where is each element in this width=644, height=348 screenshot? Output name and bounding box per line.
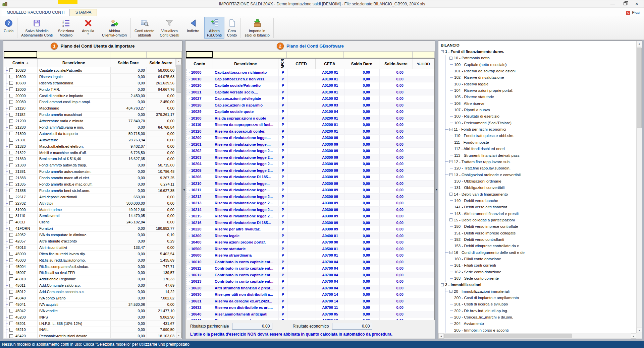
- gb-account-row[interactable]: ›10600Riserva straordinariaPA0700 010,00…: [186, 252, 434, 259]
- column-header-saldo-avere[interactable]: Saldo Avere: [379, 59, 413, 69]
- filter-cell-saldo-dare[interactable]: [110, 51, 147, 58]
- column-header-apcr[interactable]: APCR: [278, 59, 287, 69]
- user-account-row[interactable]: 21322Mobili e macchine ordin.d'uff.6.723…: [4, 150, 176, 156]
- user-account-row[interactable]: 10300Riserva legale0,0064.075,63: [4, 74, 176, 80]
- expander-icon[interactable]: ›: [189, 253, 190, 257]
- gb-account-row[interactable]: ›10027Cap.soc.azioni privilegiatePA0100 …: [186, 95, 434, 102]
- column-header-saldo-dare[interactable]: Saldo Dare: [344, 59, 379, 69]
- user-account-row[interactable]: 45210INAIL0,007.990,50: [4, 327, 176, 333]
- user-account-row[interactable]: 21182Fondo amm/to macchinari0,00379.261,…: [4, 112, 176, 118]
- user-account-row[interactable]: 21383Fondo amm/to macc.uff.el.elet.0,009…: [4, 175, 176, 181]
- tree-node[interactable]: -1 - Fonti di finanziamento durev.: [441, 48, 636, 55]
- row-checkbox[interactable]: [9, 170, 13, 173]
- tree-node[interactable]: -2 - Immobilizzazioni: [441, 282, 636, 288]
- close-button[interactable]: ×: [635, 2, 638, 6]
- user-account-row[interactable]: 45200INPS0,009.062,90: [4, 314, 176, 321]
- row-checkbox[interactable]: [9, 246, 13, 249]
- user-account-row[interactable]: 21300Autoveicoli da trasporto50.715,000,…: [4, 131, 176, 137]
- gb-account-row[interactable]: ›10300Riserva legalePA0400 010,000,00: [186, 233, 434, 239]
- expander-icon[interactable]: ›: [189, 123, 190, 127]
- row-checkbox[interactable]: [9, 208, 13, 211]
- filter-cell-saldo-avere[interactable]: [379, 51, 413, 58]
- expander-icon[interactable]: ›: [189, 103, 190, 107]
- row-checkbox[interactable]: [9, 227, 13, 230]
- expander-icon[interactable]: -: [449, 57, 452, 60]
- filter-cell-saldo-dare[interactable]: [344, 51, 379, 58]
- row-checkbox[interactable]: [9, 113, 13, 117]
- tree-node[interactable]: 107 - Riporti a nuovo: [450, 107, 636, 113]
- filter-cell-ceea[interactable]: [315, 51, 344, 58]
- tree-node[interactable]: 120 - Tratt.fine rapp.lav.subordin.: [450, 165, 636, 171]
- row-checkbox[interactable]: [9, 107, 13, 110]
- gb-account-row[interactable]: ›10206Riserva di rivalutazione Dl 185...…: [186, 174, 434, 181]
- expander-icon[interactable]: -: [449, 193, 452, 196]
- column-header-perc-iidd[interactable]: % II.DD: [413, 59, 434, 69]
- row-checkbox[interactable]: [9, 233, 13, 237]
- gb-account-row[interactable]: ›10400Riserva azioni proprie portaf.PA07…: [186, 239, 434, 246]
- toolbar-button-crea-conto[interactable]: Crea Conto: [224, 17, 239, 39]
- scrollbar-thumb[interactable]: [176, 65, 181, 93]
- row-checkbox[interactable]: [9, 132, 13, 135]
- row-checkbox[interactable]: [9, 277, 13, 281]
- row-checkbox[interactable]: [9, 176, 13, 180]
- row-checkbox[interactable]: [9, 265, 13, 268]
- user-account-row[interactable]: 45040IVA conto Erario0,007.082,62: [4, 295, 176, 301]
- row-checkbox[interactable]: [9, 284, 13, 287]
- tree-node[interactable]: 202 - Dir.brev.ind.,dir.util.op.ing.: [450, 307, 636, 314]
- tree-node[interactable]: 113 - Strumenti finanziari derivati pass: [450, 152, 636, 158]
- user-account-row[interactable]: 45000Riten.fisc.su redd.lavoro dip.0,005…: [4, 251, 176, 257]
- expander-icon[interactable]: ›: [189, 155, 190, 159]
- column-header-descrizione[interactable]: Descrizione: [213, 59, 278, 69]
- expander-icon[interactable]: ›: [189, 136, 190, 140]
- user-account-row[interactable]: 21381Fondo amm/to autov.motov.sim.0,0010…: [4, 168, 176, 175]
- user-account-row[interactable]: 21120Macchinario434.763,270,00: [4, 105, 176, 112]
- row-checkbox[interactable]: [9, 195, 13, 199]
- filter-cell-conto[interactable]: [186, 51, 213, 58]
- gb-account-row[interactable]: ›10020Capitale sociale/Patr.nettoPA0100 …: [186, 82, 434, 89]
- filter-cell-saldo-avere[interactable]: [147, 51, 182, 58]
- row-checkbox[interactable]: [9, 87, 13, 91]
- expander-icon[interactable]: ›: [189, 221, 190, 225]
- scrollbar-thumb[interactable]: [444, 334, 572, 338]
- user-account-row[interactable]: 45007Rit.fiscali su rival.TFR0,00139,57: [4, 270, 176, 276]
- gb-account-row[interactable]: ›10202Riserva di rivalutazione legge 2..…: [186, 148, 434, 154]
- row-checkbox[interactable]: [9, 302, 13, 306]
- gb-account-row[interactable]: ›10100Ris.da soprapr.azioni o quotePA020…: [186, 115, 434, 122]
- gb-account-row[interactable]: ›10630Riser.per utili non distribuibili …: [186, 291, 434, 298]
- gb-account-row[interactable]: ›10210Riserva di rivalutazione legge...P…: [186, 181, 434, 187]
- gb-account-row[interactable]: ›10000Capit.sottoscr.non richiamatoPA010…: [186, 69, 434, 76]
- row-checkbox[interactable]: [9, 290, 13, 294]
- row-checkbox[interactable]: [9, 201, 13, 205]
- tree-node[interactable]: 151 - Debiti verso imprese collegate: [450, 230, 636, 236]
- toolbar-button-salva-modello[interactable]: Salva Modello Abbinamento Conti: [18, 17, 55, 39]
- row-checkbox[interactable]: [9, 125, 13, 129]
- expander-icon[interactable]: ›: [189, 247, 190, 251]
- tree-node[interactable]: -10 - Patrimonio netto: [445, 55, 636, 61]
- row-checkbox[interactable]: [9, 163, 13, 167]
- row-checkbox[interactable]: [9, 271, 13, 275]
- tree-node[interactable]: 103 - Riserva legale: [450, 81, 636, 87]
- splitter-right[interactable]: ►: [435, 41, 438, 339]
- gb-account-row[interactable]: ›10640Riser.ammortamenti anticipatiPA070…: [186, 311, 434, 318]
- tree-node[interactable]: 153 - Debiti v/imprese controllate da c: [450, 243, 636, 249]
- tree-vscrollbar[interactable]: ▲ ▼: [636, 41, 642, 333]
- expander-icon[interactable]: -: [449, 218, 452, 221]
- tree-node[interactable]: 131 - Obbligazioni convertibili: [450, 185, 636, 191]
- expander-icon[interactable]: ›: [189, 182, 190, 186]
- row-checkbox[interactable]: [9, 151, 13, 154]
- user-account-row[interactable]: 45010Addizionale Regionale0,00170,33: [4, 276, 176, 282]
- expander-icon[interactable]: -: [449, 290, 452, 293]
- gb-account-row[interactable]: ›10201Riserva di rivalutazione legge....…: [186, 141, 434, 148]
- tree-node[interactable]: 130 - Obbligazioni ordinarie: [450, 178, 636, 184]
- tree-node[interactable]: 200 - Costi di impianto e ampliamento: [450, 294, 636, 301]
- gb-account-row[interactable]: ›10215Riserva di rivalutazione legge 2..…: [186, 213, 434, 220]
- expander-icon[interactable]: ›: [189, 201, 190, 205]
- row-checkbox[interactable]: [9, 81, 13, 85]
- toolbar-button-seleziona-modello[interactable]: 123 Seleziona Modello: [55, 17, 77, 39]
- gb-account-row[interactable]: ›10220Riserve per altre rivalutaz.PA0300…: [186, 226, 434, 233]
- expander-icon[interactable]: -: [449, 173, 452, 176]
- expander-icon[interactable]: -: [449, 128, 452, 131]
- tree-node[interactable]: 150 - Debiti verso imprese controllate: [450, 223, 636, 230]
- row-checkbox[interactable]: [9, 322, 13, 325]
- row-checkbox[interactable]: [9, 315, 13, 319]
